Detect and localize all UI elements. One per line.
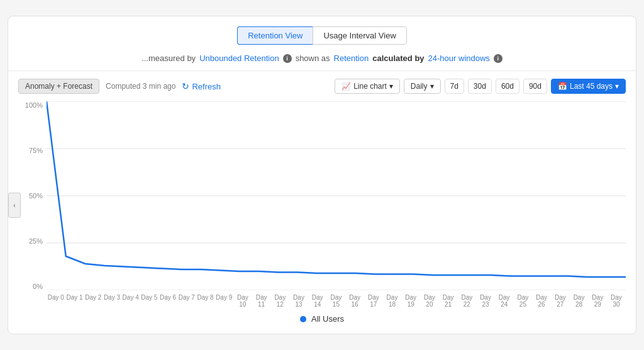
line-chart-icon: 📈	[341, 82, 351, 91]
x-label-day-11: Day 11	[252, 294, 271, 308]
usage-interval-view-button[interactable]: Usage Interval View	[313, 26, 406, 45]
measured-by-label: ...measured by	[142, 54, 196, 63]
x-axis: Day 0Day 1Day 2Day 3Day 4Day 5Day 6Day 7…	[47, 291, 626, 309]
calculated-by-label: calculated by	[372, 54, 424, 63]
x-label-day-13: Day 13	[289, 294, 308, 308]
main-container: Retention View Usage Interval View ...me…	[8, 16, 636, 334]
top-section: Retention View Usage Interval View ...me…	[8, 16, 636, 71]
retention-line	[47, 101, 626, 277]
x-label-day-4: Day 4	[121, 294, 140, 301]
calendar-icon: 📅	[558, 82, 567, 91]
x-label-day-25: Day 25	[514, 294, 533, 308]
60d-button[interactable]: 60d	[496, 79, 519, 94]
retention-link[interactable]: Retention	[334, 54, 369, 63]
x-label-day-9: Day 9	[214, 294, 233, 301]
daily-label: Daily	[411, 82, 428, 91]
line-chart-button[interactable]: 📈 Line chart ▾	[335, 79, 400, 94]
x-label-day-12: Day 12	[270, 294, 289, 308]
date-range-button[interactable]: 📅 Last 45 days ▾	[551, 79, 626, 94]
chart-legend: All Users	[18, 314, 626, 324]
x-label-day-14: Day 14	[308, 294, 327, 308]
refresh-icon: ↻	[182, 81, 189, 91]
x-label-day-24: Day 24	[495, 294, 514, 308]
x-label-day-29: Day 29	[588, 294, 607, 308]
chart-toolbar: Anomaly + Forecast Computed 3 min ago ↻ …	[18, 79, 626, 94]
x-label-day-7: Day 7	[177, 294, 196, 301]
x-label-day-18: Day 18	[383, 294, 402, 308]
y-label-100: 100%	[25, 101, 43, 109]
y-label-50: 50%	[29, 192, 43, 200]
x-label-day-15: Day 15	[327, 294, 346, 308]
x-label-day-8: Day 8	[196, 294, 215, 301]
x-label-day-10: Day 10	[233, 294, 252, 308]
toolbar-left: Anomaly + Forecast Computed 3 min ago ↻ …	[18, 79, 221, 94]
line-chart-label: Line chart	[353, 82, 387, 91]
x-label-day-20: Day 20	[420, 294, 439, 308]
90d-button[interactable]: 90d	[523, 79, 547, 94]
shown-as-label: shown as	[296, 54, 330, 63]
meta-row: ...measured by Unbounded Retention i sho…	[21, 54, 623, 63]
x-label-day-5: Day 5	[140, 294, 159, 301]
window-info-icon[interactable]: i	[494, 54, 502, 63]
x-label-day-23: Day 23	[476, 294, 495, 308]
y-axis: 100% 75% 50% 25% 0%	[18, 101, 47, 290]
legend-dot-all-users	[300, 316, 306, 322]
y-label-25: 25%	[29, 237, 43, 245]
x-label-day-16: Day 16	[345, 294, 364, 308]
x-label-day-28: Day 28	[570, 294, 589, 308]
x-label-day-2: Day 2	[84, 294, 103, 301]
chart-section: Anomaly + Forecast Computed 3 min ago ↻ …	[8, 71, 636, 334]
chart-wrapper: ‹ 100% 75% 50% 25% 0%	[18, 101, 626, 309]
x-label-day-21: Day 21	[439, 294, 458, 308]
chart-area	[47, 101, 626, 290]
date-range-label: Last 45 days	[570, 82, 613, 91]
toolbar-right: 📈 Line chart ▾ Daily ▾ 7d 30d 60d 90d 📅 …	[335, 79, 626, 94]
daily-button[interactable]: Daily ▾	[404, 79, 441, 94]
metric-info-icon[interactable]: i	[283, 54, 292, 63]
x-label-day-30: Day 30	[607, 294, 626, 308]
x-label-day-6: Day 6	[158, 294, 177, 301]
unbounded-retention-link[interactable]: Unbounded Retention	[199, 54, 279, 63]
7d-button[interactable]: 7d	[445, 79, 464, 94]
x-label-day-22: Day 22	[457, 294, 476, 308]
chart-chevron-icon: ▾	[389, 82, 393, 91]
retention-view-button[interactable]: Retention View	[237, 26, 313, 45]
x-label-day-0: Day 0	[47, 294, 65, 301]
30d-button[interactable]: 30d	[468, 79, 492, 94]
anomaly-forecast-badge: Anomaly + Forecast	[18, 79, 99, 94]
window-link[interactable]: 24-hour windows	[428, 54, 490, 63]
view-toggle: Retention View Usage Interval View	[21, 26, 623, 45]
refresh-label: Refresh	[192, 82, 221, 91]
x-label-day-26: Day 26	[532, 294, 551, 308]
computed-time-text: Computed 3 min ago	[106, 82, 175, 91]
y-label-75: 75%	[29, 147, 43, 154]
legend-all-users-label: All Users	[311, 314, 344, 324]
refresh-button[interactable]: ↻ Refresh	[182, 81, 221, 91]
daily-chevron-icon: ▾	[430, 82, 434, 91]
x-label-day-17: Day 17	[364, 294, 383, 308]
y-label-0: 0%	[33, 283, 43, 290]
x-label-day-1: Day 1	[65, 294, 84, 301]
x-label-day-27: Day 27	[551, 294, 570, 308]
x-label-day-3: Day 3	[103, 294, 121, 301]
x-label-day-19: Day 19	[401, 294, 420, 308]
date-chevron-icon: ▾	[615, 82, 619, 91]
